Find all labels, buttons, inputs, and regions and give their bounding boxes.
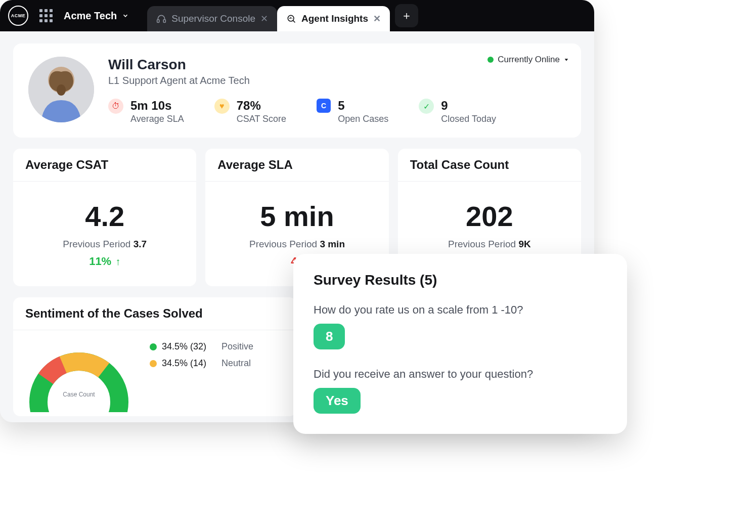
case-icon: C	[317, 99, 331, 113]
status-selector[interactable]: Currently Online	[487, 55, 569, 65]
svg-marker-7	[565, 59, 568, 61]
survey-item: Did you receive an answer to your questi…	[314, 368, 607, 414]
close-icon[interactable]: ✕	[260, 13, 268, 24]
stopwatch-icon: ⏱	[108, 99, 123, 114]
svg-rect-1	[163, 20, 165, 23]
legend-item-positive: 34.5% (32) Positive	[150, 341, 253, 352]
profile-info: Will Carson L1 Support Agent at Acme Tec…	[108, 57, 566, 124]
kpi-previous: Previous Period 9K	[448, 239, 531, 250]
org-switcher[interactable]: Acme Tech	[64, 10, 129, 22]
kpi-title: Total Case Count	[398, 149, 581, 182]
metric-closed-today: ✓ 9Closed Today	[419, 99, 496, 124]
survey-title: Survey Results (5)	[314, 272, 607, 288]
metric-label: CSAT Score	[237, 114, 286, 124]
add-tab-button[interactable]: ＋	[395, 4, 418, 27]
metric-label: Open Cases	[338, 114, 388, 124]
tab-agent-insights[interactable]: Agent Insights ✕	[277, 6, 390, 31]
headset-icon	[156, 14, 166, 24]
svg-point-6	[57, 84, 66, 96]
metric-label: Average SLA	[130, 114, 184, 124]
status-dot-icon	[487, 57, 494, 63]
survey-answer: 8	[314, 324, 345, 349]
survey-results-popup: Survey Results (5) How do you rate us on…	[293, 254, 627, 434]
survey-question: How do you rate us on a scale from 1 -10…	[314, 303, 607, 317]
metric-value: 5	[338, 99, 388, 113]
sentiment-card: Sentiment of the Cases Solved Case Count	[13, 297, 296, 416]
kpi-avg-csat: Average CSAT 4.2 Previous Period 3.7 11%…	[13, 149, 196, 286]
brand-logo[interactable]: ACME	[8, 6, 28, 26]
org-name: Acme Tech	[64, 10, 117, 22]
status-label: Currently Online	[498, 55, 560, 65]
kpi-value: 5 min	[260, 200, 334, 233]
kpi-previous: Previous Period 3 min	[249, 239, 345, 250]
kpi-delta: 11%↑	[89, 255, 120, 268]
app-launcher-icon[interactable]	[39, 9, 53, 22]
legend-item-neutral: 34.5% (14) Neutral	[150, 358, 253, 369]
metric-label: Closed Today	[441, 114, 496, 124]
metric-open-cases: C 5Open Cases	[317, 99, 388, 124]
metric-avg-sla: ⏱ 5m 10sAverage SLA	[108, 99, 184, 124]
heart-icon: ♥	[214, 99, 230, 114]
legend-dot-icon	[150, 360, 157, 367]
agent-role: L1 Support Agent at Acme Tech	[108, 75, 566, 86]
kpi-title: Average CSAT	[13, 149, 196, 182]
tab-bar: Supervisor Console ✕ Agent Insights ✕ ＋	[147, 0, 418, 31]
survey-item: How do you rate us on a scale from 1 -10…	[314, 303, 607, 368]
sentiment-legend: 34.5% (32) Positive 34.5% (14) Neutral	[150, 341, 253, 369]
metric-value: 78%	[237, 99, 286, 113]
survey-answer: Yes	[314, 388, 361, 414]
kpi-value: 202	[466, 200, 513, 233]
profile-card: Will Carson L1 Support Agent at Acme Tec…	[13, 43, 581, 138]
titlebar: ACME Acme Tech Supervisor Console ✕ Agen…	[0, 0, 594, 31]
arrow-up-icon: ↑	[115, 256, 120, 268]
tab-supervisor-console[interactable]: Supervisor Console ✕	[147, 6, 277, 31]
survey-question: Did you receive an answer to your questi…	[314, 368, 607, 381]
check-icon: ✓	[419, 99, 434, 114]
svg-rect-0	[157, 20, 159, 23]
metric-value: 5m 10s	[130, 99, 184, 113]
tab-label: Agent Insights	[301, 13, 368, 24]
avatar	[28, 57, 94, 122]
chevron-down-icon	[122, 12, 129, 19]
donut-caption: Case Count	[23, 391, 135, 398]
kpi-previous: Previous Period 3.7	[63, 239, 147, 250]
brand-logo-text: ACME	[11, 13, 26, 18]
metric-value: 9	[441, 99, 496, 113]
profile-metrics: ⏱ 5m 10sAverage SLA ♥ 78%CSAT Score C 5O…	[108, 99, 566, 124]
svg-line-3	[293, 20, 295, 22]
analytics-icon	[286, 14, 296, 24]
legend-dot-icon	[150, 343, 157, 350]
metric-csat: ♥ 78%CSAT Score	[214, 99, 286, 124]
sentiment-title: Sentiment of the Cases Solved	[13, 297, 296, 330]
caret-down-icon	[564, 57, 569, 62]
kpi-value: 4.2	[85, 200, 124, 233]
close-icon[interactable]: ✕	[373, 13, 381, 24]
tab-label: Supervisor Console	[171, 13, 255, 24]
kpi-title: Average SLA	[205, 149, 388, 182]
plus-icon: ＋	[401, 8, 412, 23]
sentiment-donut-chart: Case Count	[23, 341, 135, 412]
